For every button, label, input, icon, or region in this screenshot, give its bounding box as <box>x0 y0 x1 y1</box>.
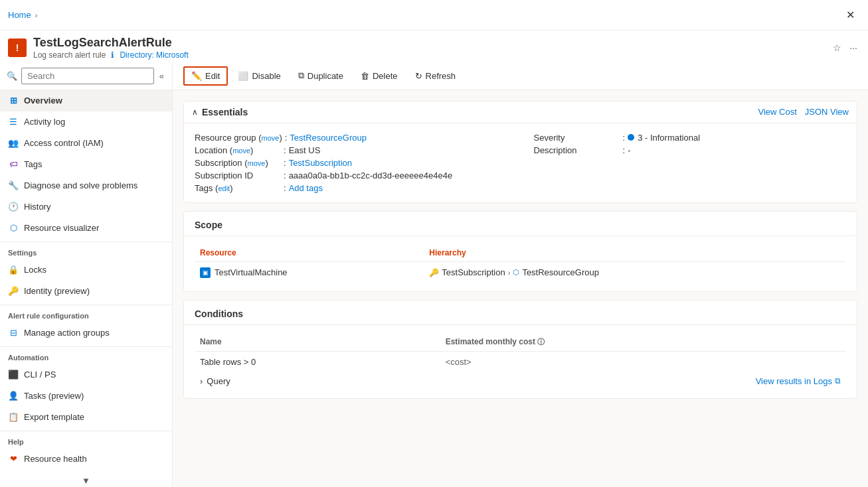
conditions-table-row: Table rows > 0 <cost> <box>195 351 846 372</box>
subscription-value: TestSubscription <box>289 158 352 168</box>
duplicate-button[interactable]: ⧉ Duplicate <box>291 66 351 85</box>
sidebar-item-tasks[interactable]: 👤 Tasks (preview) <box>0 385 172 407</box>
breadcrumb-home[interactable]: Home <box>8 10 31 20</box>
query-row: › Query View results in Logs ⧉ <box>195 372 846 390</box>
breadcrumb: Home › <box>8 10 37 20</box>
people-icon: 👥 <box>8 138 19 149</box>
sidebar-item-tags[interactable]: 🏷 Tags <box>0 154 172 175</box>
hierarchy-arrow: › <box>508 269 511 277</box>
essentials-grid: Resource group (move) : TestResourceGrou… <box>184 123 857 202</box>
alert-section-label: Alert rule configuration <box>0 305 172 322</box>
edit-button[interactable]: ✏️ Edit <box>183 66 228 86</box>
location-value: East US <box>289 145 321 155</box>
essentials-toggle-button[interactable]: ∧ <box>192 107 198 117</box>
main-content: ✏️ Edit ⬜ Disable ⧉ Duplicate 🗑 Delete ↻ <box>173 62 868 487</box>
duplicate-icon: ⧉ <box>298 70 304 81</box>
favorite-button[interactable]: ☆ <box>830 40 844 56</box>
query-chevron-icon: › <box>200 376 203 386</box>
essentials-right-col: Severity : 3 - Informational Description… <box>534 131 847 194</box>
resource-header: ! TestLogSearchAlertRule Log search aler… <box>0 31 868 62</box>
duplicate-label: Duplicate <box>307 71 343 81</box>
severity-value: 3 - Informational <box>628 133 700 143</box>
conditions-row-name: Table rows > 0 <box>195 351 440 372</box>
cost-info-icon[interactable]: ⓘ <box>537 338 545 346</box>
rg-move-link[interactable]: move <box>261 134 279 142</box>
sidebar-item-export[interactable]: 📋 Export template <box>0 407 172 428</box>
sidebar-collapse-button[interactable]: « <box>158 70 165 82</box>
conditions-col-name: Name <box>195 333 440 352</box>
sidebar-item-locks[interactable]: 🔒 Locks <box>0 259 172 281</box>
disable-button[interactable]: ⬜ Disable <box>230 67 288 85</box>
content-area: ∧ Essentials View Cost JSON View <box>173 90 868 487</box>
view-cost-link[interactable]: View Cost <box>758 107 796 117</box>
refresh-button[interactable]: ↻ Refresh <box>408 67 464 85</box>
sidebar-item-label-export: Export template <box>24 412 84 422</box>
close-button[interactable]: ✕ <box>841 6 860 24</box>
sidebar: 🔍 « ⊞ Overview ☰ Activity log 👥 Ac <box>0 62 173 487</box>
conditions-card-body: Name Estimated monthly cost ⓘ Table row <box>184 325 857 398</box>
view-results-link[interactable]: View results in Logs ⧉ <box>756 376 841 386</box>
sidebar-item-action-groups[interactable]: ⊟ Manage action groups <box>0 322 172 344</box>
list-icon: ☰ <box>8 117 19 127</box>
breadcrumb-separator: › <box>35 11 38 19</box>
essentials-header: ∧ Essentials View Cost JSON View <box>184 102 857 123</box>
sidebar-item-label-locks: Locks <box>24 265 46 275</box>
sidebar-item-label-history: History <box>24 202 50 212</box>
description-sep: : <box>623 145 626 155</box>
sidebar-item-iam[interactable]: 👥 Access control (IAM) <box>0 133 172 154</box>
sidebar-item-identity[interactable]: 🔑 Identity (preview) <box>0 281 172 302</box>
tags-edit-link[interactable]: edit <box>218 184 230 192</box>
conditions-row-cost: <cost> <box>440 351 846 372</box>
view-results-label: View results in Logs <box>756 376 832 386</box>
sidebar-item-cli[interactable]: ⬛ CLI / PS <box>0 364 172 385</box>
sidebar-scroll-down[interactable]: ▼ <box>0 474 172 487</box>
essentials-row-rg: Resource group (move) : TestResourceGrou… <box>195 131 507 144</box>
refresh-icon: ↻ <box>415 71 422 81</box>
sidebar-item-diagnose[interactable]: 🔧 Diagnose and solve problems <box>0 175 172 196</box>
sidebar-item-label-iam: Access control (IAM) <box>24 138 104 148</box>
sidebar-item-label-diagnose: Diagnose and solve problems <box>24 180 137 190</box>
add-tags-link[interactable]: Add tags <box>289 183 323 193</box>
terminal-icon: ⬛ <box>8 370 19 380</box>
sidebar-item-label-tags: Tags <box>24 159 42 169</box>
sidebar-item-activity-log[interactable]: ☰ Activity log <box>0 111 172 133</box>
sidebar-item-history[interactable]: 🕐 History <box>0 196 172 218</box>
sidebar-item-overview[interactable]: ⊞ Overview <box>0 90 172 111</box>
subscription-value-link[interactable]: TestSubscription <box>289 158 352 168</box>
sub-id-label: Subscription ID <box>195 171 281 180</box>
location-move-link[interactable]: move <box>232 147 250 155</box>
table-icon: ⊟ <box>8 328 19 338</box>
essentials-row-sub-id: Subscription ID : aaaa0a0a-bb1b-cc2c-dd3… <box>195 169 507 182</box>
sidebar-item-label-activity-log: Activity log <box>24 117 65 127</box>
clock-icon: 🕐 <box>8 202 19 212</box>
scope-table-row: ▣ TestVirtualMachine 🔑 TestSubscription <box>195 261 846 283</box>
resource-title: TestLogSearchAlertRule <box>33 36 824 50</box>
more-options-button[interactable]: ··· <box>847 40 860 56</box>
rg-value-link[interactable]: TestResourceGroup <box>290 133 367 143</box>
edit-label: Edit <box>205 71 220 81</box>
sidebar-item-visualizer[interactable]: ⬡ Resource visualizer <box>0 218 172 239</box>
wrench-icon: 🔧 <box>8 180 19 191</box>
essentials-section: ∧ Essentials View Cost JSON View <box>183 101 857 203</box>
search-input[interactable] <box>21 68 154 84</box>
sub-id-sep: : <box>284 171 286 180</box>
sidebar-nav: ⊞ Overview ☰ Activity log 👥 Access contr… <box>0 90 172 474</box>
conditions-table: Name Estimated monthly cost ⓘ Table row <box>195 333 846 372</box>
severity-dot <box>628 134 634 141</box>
delete-button[interactable]: 🗑 Delete <box>353 67 405 85</box>
tags-sep: : <box>284 183 286 193</box>
sidebar-item-resource-health[interactable]: ❤ Resource health <box>0 449 172 470</box>
export-icon: 📋 <box>8 412 19 423</box>
subscription-label: Subscription (move) <box>195 158 281 168</box>
json-view-link[interactable]: JSON View <box>805 107 849 117</box>
conditions-col-cost: Estimated monthly cost ⓘ <box>440 333 846 352</box>
tags-label: Tags (edit) <box>195 183 281 193</box>
essentials-actions: View Cost JSON View <box>758 107 849 117</box>
delete-icon: 🗑 <box>361 71 369 81</box>
nodes-icon: ⬡ <box>8 223 19 234</box>
subscription-move-link[interactable]: move <box>248 159 266 167</box>
query-toggle-button[interactable]: › Query <box>200 376 230 386</box>
scope-table: Resource Hierarchy ▣ TestVirtualMa <box>195 244 846 283</box>
subscription-icon: 🔑 <box>429 268 439 277</box>
essentials-row-subscription: Subscription (move) : TestSubscription <box>195 157 507 169</box>
